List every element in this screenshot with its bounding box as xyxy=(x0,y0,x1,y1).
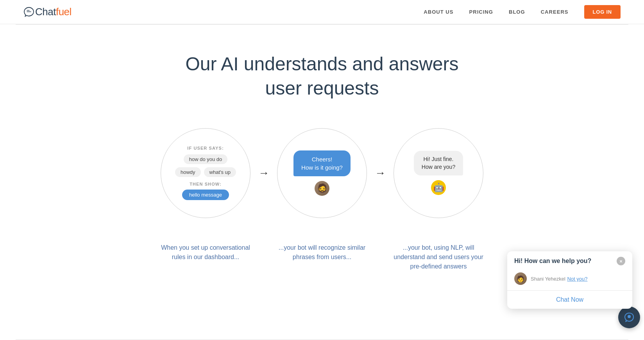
logo-icon xyxy=(23,7,34,18)
chat-agent-info: Shani Yehezkel Not you? xyxy=(531,275,587,282)
circle-1: IF USER SAYS: how do you do howdy what's… xyxy=(161,128,250,218)
chat-widget-footer: Chat Now xyxy=(507,290,632,309)
chat-widget-header: Hi! How can we help you? × xyxy=(507,251,632,271)
header: Chatfuel ABOUT US PRICING BLOG CAREERS L… xyxy=(0,0,644,24)
svg-point-0 xyxy=(628,315,631,318)
headline: Our AI understands and answers user requ… xyxy=(185,52,458,101)
logo[interactable]: Chatfuel xyxy=(23,6,72,18)
chat-widget: Hi! How can we help you? × 🧑 Shani Yehez… xyxy=(507,251,632,309)
arrow-2: → xyxy=(375,168,386,188)
keyword-row-2: howdy what's up xyxy=(175,167,236,177)
circle-3-container: Hi! Just fine. How are you? 🤖 xyxy=(394,128,483,227)
keyword-chip-3: what's up xyxy=(204,167,236,177)
chat-bubble-blue: Cheers! How is it going? xyxy=(293,150,351,176)
avatar-icon: 🧔 xyxy=(317,183,327,193)
action-chip: hello message xyxy=(182,190,229,200)
arrow-1: → xyxy=(258,168,269,188)
circle-2-container: Cheers! How is it going? 🧔 xyxy=(277,128,367,227)
chat-circle-icon xyxy=(624,312,635,323)
desc-block-2: ...your bot will recognize similar phras… xyxy=(277,243,367,262)
circle-3: Hi! Just fine. How are you? 🤖 xyxy=(394,128,483,218)
chat-agent-row: 🧑 Shani Yehezkel Not you? xyxy=(507,271,632,290)
keyword-chip-2: howdy xyxy=(175,167,201,177)
nav-careers[interactable]: CAREERS xyxy=(541,9,569,15)
chat-now-button[interactable]: Chat Now xyxy=(556,296,583,303)
keyword-row-1: how do you do xyxy=(184,154,228,164)
keyword-chip-1: how do you do xyxy=(184,154,228,164)
bot-icon: 🤖 xyxy=(433,183,444,193)
nav-about[interactable]: ABOUT US xyxy=(424,9,453,15)
not-you-link[interactable]: Not you? xyxy=(567,276,587,282)
chat-bubble-gray: Hi! Just fine. How are you? xyxy=(414,151,463,175)
nav: ABOUT US PRICING BLOG CAREERS LOG IN xyxy=(424,5,621,19)
diagram-row: IF USER SAYS: how do you do howdy what's… xyxy=(0,128,644,227)
desc-block-3: ...your bot, using NLP, will understand … xyxy=(394,243,483,271)
nav-blog[interactable]: BLOG xyxy=(509,9,525,15)
chat-close-button[interactable]: × xyxy=(617,257,625,265)
logo-fuel-text: fuel xyxy=(56,6,72,18)
if-label: IF USER SAYS: xyxy=(187,146,224,150)
chat-agent-avatar: 🧑 xyxy=(514,272,527,285)
nav-pricing[interactable]: PRICING xyxy=(469,9,493,15)
circle-2: Cheers! How is it going? 🧔 xyxy=(277,128,367,218)
desc-block-1: When you set up conversational rules in … xyxy=(161,243,250,262)
then-label: THEN SHOW: xyxy=(190,182,222,186)
chat-circle-button[interactable] xyxy=(618,306,640,328)
user-avatar: 🧔 xyxy=(315,181,329,196)
bot-avatar: 🤖 xyxy=(431,180,446,195)
login-button[interactable]: LOG IN xyxy=(584,5,621,19)
chat-widget-title: Hi! How can we help you? xyxy=(514,258,591,265)
logo-chat-text: Chat xyxy=(35,6,56,18)
circle-1-container: IF USER SAYS: how do you do howdy what's… xyxy=(161,128,250,227)
agent-avatar-icon: 🧑 xyxy=(517,275,524,283)
chat-agent-name: Shani Yehezkel xyxy=(531,276,565,282)
circle-1-content: IF USER SAYS: how do you do howdy what's… xyxy=(175,146,236,200)
